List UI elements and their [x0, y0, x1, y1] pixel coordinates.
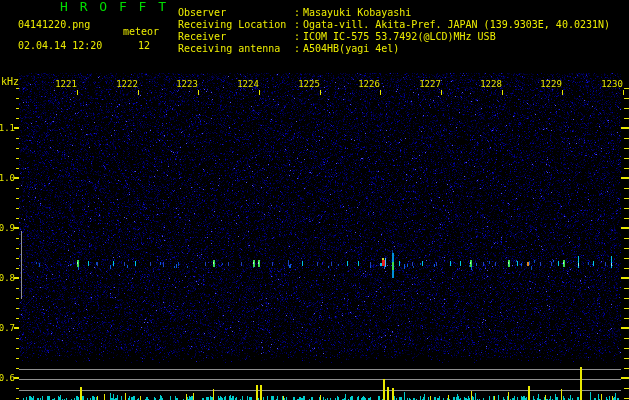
freq-tick-label: 1.0 [0, 174, 15, 183]
info-label: Observer [178, 7, 294, 19]
info-value: Masayuki Kobayashi [303, 7, 411, 19]
info-label: Receiving antenna [178, 43, 294, 55]
info-colon: : [294, 7, 303, 19]
freq-tick-label: 0.6 [0, 374, 15, 383]
observation-mode-label: meteor [123, 27, 159, 37]
freq-tick-label: 1.1 [0, 124, 15, 133]
output-filename: 04141220.png [18, 20, 90, 30]
freq-tick-label: 0.9 [0, 224, 15, 233]
time-tick-label: 1222 [112, 80, 142, 89]
info-row-observer: Observer:Masayuki Kobayashi [178, 7, 610, 19]
time-tick-label: 1224 [233, 80, 263, 89]
hrofft-output-screen: H R O F F T 04141220.png meteor 02.04.14… [0, 0, 629, 400]
time-tick-label: 1225 [294, 80, 324, 89]
station-info-block: Observer:Masayuki Kobayashi Receiving Lo… [178, 7, 610, 55]
observation-datetime: 02.04.14 12:20 [18, 41, 102, 51]
info-label: Receiver [178, 31, 294, 43]
info-colon: : [294, 19, 303, 31]
time-tick-label: 1221 [51, 80, 81, 89]
time-tick-label: 1228 [476, 80, 506, 89]
info-value: Ogata-vill. Akita-Pref. JAPAN (139.9303E… [303, 19, 610, 31]
freq-axis-unit: kHz [1, 77, 19, 87]
freq-tick-label: 0.7 [0, 324, 15, 333]
time-tick-label: 1230 [597, 80, 627, 89]
info-value: ICOM IC-575 53.7492(@LCD)MHz USB [303, 31, 496, 43]
info-row-receiver: Receiver:ICOM IC-575 53.7492(@LCD)MHz US… [178, 31, 610, 43]
info-row-location: Receiving Location:Ogata-vill. Akita-Pre… [178, 19, 610, 31]
spectrogram-canvas [0, 0, 629, 400]
info-value: A504HB(yagi 4el) [303, 43, 399, 55]
info-label: Receiving Location [178, 19, 294, 31]
info-colon: : [294, 43, 303, 55]
info-colon: : [294, 31, 303, 43]
freq-tick-label: 0.8 [0, 274, 15, 283]
time-tick-label: 1223 [172, 80, 202, 89]
time-tick-label: 1229 [536, 80, 566, 89]
time-tick-label: 1227 [415, 80, 445, 89]
app-title: H R O F F T [60, 2, 168, 12]
meteor-count: 12 [138, 41, 150, 51]
time-tick-label: 1226 [354, 80, 384, 89]
info-row-antenna: Receiving antenna:A504HB(yagi 4el) [178, 43, 610, 55]
